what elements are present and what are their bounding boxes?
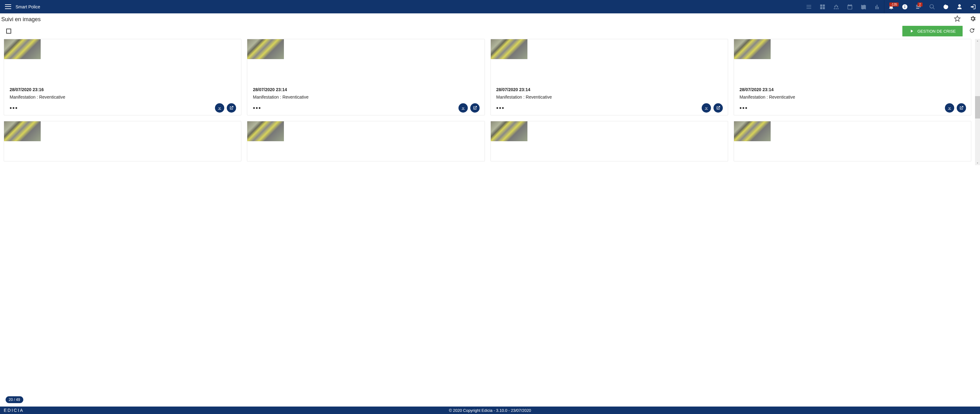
scrollbar[interactable] bbox=[975, 39, 980, 165]
more-icon[interactable]: ••• bbox=[253, 104, 261, 112]
image-card[interactable] bbox=[490, 121, 728, 161]
download-button[interactable] bbox=[945, 103, 954, 113]
open-external-button[interactable] bbox=[227, 103, 236, 113]
more-icon[interactable]: ••• bbox=[740, 104, 748, 112]
scroll-up-icon[interactable] bbox=[975, 39, 980, 43]
map-icon[interactable] bbox=[857, 0, 870, 13]
notifications-icon[interactable]: -135 bbox=[885, 0, 898, 13]
alerts-icon[interactable]: 2 bbox=[912, 0, 925, 13]
image-card[interactable]: 28/07/2020 23:16 Manifestation : Reventi… bbox=[4, 39, 241, 115]
download-button[interactable] bbox=[458, 103, 468, 113]
open-external-button[interactable] bbox=[713, 103, 723, 113]
crisis-management-button[interactable]: GESTION DE CRISE bbox=[902, 26, 963, 37]
image-card[interactable] bbox=[734, 121, 971, 161]
image-thumbnail bbox=[4, 39, 41, 59]
page-header: Suivi en images bbox=[0, 13, 980, 25]
image-thumbnail bbox=[247, 121, 284, 141]
image-thumbnail bbox=[247, 39, 284, 59]
image-card[interactable] bbox=[247, 121, 485, 161]
grid-view-icon[interactable] bbox=[816, 0, 829, 13]
search-icon[interactable] bbox=[925, 0, 939, 13]
org-icon[interactable] bbox=[829, 0, 843, 13]
logout-icon[interactable] bbox=[966, 0, 980, 13]
stats-icon[interactable] bbox=[870, 0, 884, 13]
list-view-icon[interactable] bbox=[802, 0, 816, 13]
page-title: Suivi en images bbox=[1, 16, 41, 23]
crisis-button-label: GESTION DE CRISE bbox=[917, 29, 956, 34]
image-thumbnail bbox=[734, 39, 771, 59]
image-thumbnail bbox=[491, 39, 527, 59]
menu-icon[interactable] bbox=[5, 4, 11, 10]
open-external-button[interactable] bbox=[957, 103, 966, 113]
card-description: Manifestation : Reventicative bbox=[496, 94, 722, 99]
image-card[interactable]: 28/07/2020 23:14 Manifestation : Reventi… bbox=[490, 39, 728, 115]
download-button[interactable] bbox=[702, 103, 711, 113]
info-icon[interactable] bbox=[898, 0, 912, 13]
card-description: Manifestation : Reventicative bbox=[740, 94, 966, 99]
notifications-badge: -135 bbox=[889, 3, 899, 6]
more-icon[interactable]: ••• bbox=[10, 104, 18, 112]
image-grid: 28/07/2020 23:16 Manifestation : Reventi… bbox=[0, 39, 975, 165]
dark-mode-icon[interactable] bbox=[939, 0, 953, 13]
app-title: Smart Police bbox=[16, 4, 40, 10]
topbar: Smart Police -135 2 bbox=[0, 0, 980, 13]
image-card[interactable] bbox=[4, 121, 241, 161]
image-thumbnail bbox=[4, 121, 41, 141]
alerts-badge: 2 bbox=[918, 3, 923, 6]
more-icon[interactable]: ••• bbox=[496, 104, 505, 112]
image-thumbnail bbox=[491, 121, 527, 141]
card-date: 28/07/2020 23:14 bbox=[740, 87, 966, 92]
settings-icon[interactable] bbox=[969, 15, 976, 23]
download-button[interactable] bbox=[215, 103, 224, 113]
card-date: 28/07/2020 23:14 bbox=[496, 87, 722, 92]
card-date: 28/07/2020 23:16 bbox=[10, 87, 235, 92]
favorite-icon[interactable] bbox=[954, 15, 961, 23]
refresh-icon[interactable] bbox=[969, 27, 975, 35]
image-card[interactable]: 28/07/2020 23:14 Manifestation : Reventi… bbox=[247, 39, 485, 115]
scroll-down-icon[interactable] bbox=[975, 161, 980, 165]
toolbar: GESTION DE CRISE bbox=[0, 25, 980, 39]
scroll-thumb[interactable] bbox=[975, 96, 980, 118]
user-icon[interactable] bbox=[953, 0, 966, 13]
card-date: 28/07/2020 23:14 bbox=[253, 87, 479, 92]
card-description: Manifestation : Reventicative bbox=[253, 94, 479, 99]
image-thumbnail bbox=[734, 121, 771, 141]
card-description: Manifestation : Reventicative bbox=[10, 94, 235, 99]
open-external-button[interactable] bbox=[470, 103, 480, 113]
calendar-icon[interactable] bbox=[843, 0, 857, 13]
image-card[interactable]: 28/07/2020 23:14 Manifestation : Reventi… bbox=[734, 39, 971, 115]
select-all-checkbox[interactable] bbox=[6, 29, 11, 34]
